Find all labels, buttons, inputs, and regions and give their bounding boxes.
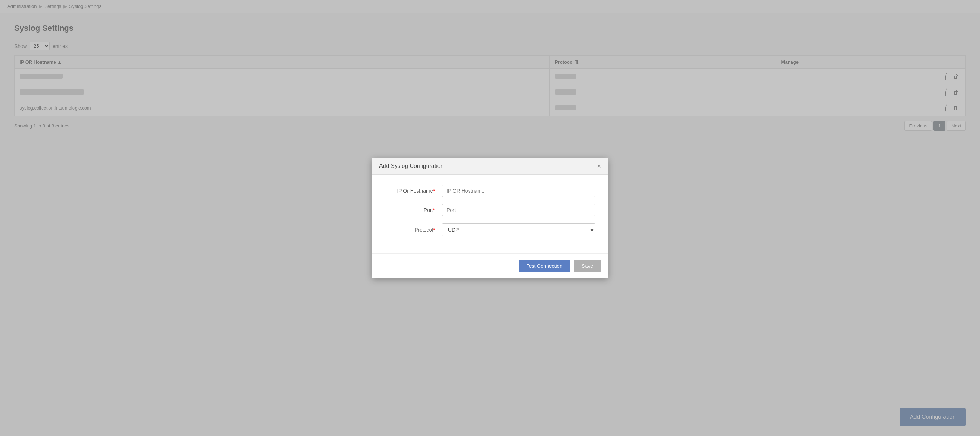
modal-overlay: Add Syslog Configuration × IP Or Hostnam… xyxy=(0,0,980,142)
